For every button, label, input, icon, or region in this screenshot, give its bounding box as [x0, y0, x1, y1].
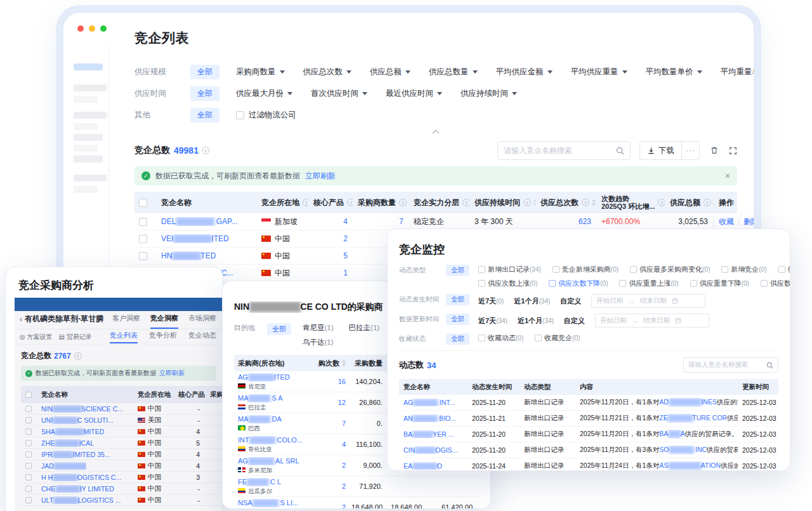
- download-button[interactable]: 下载: [640, 142, 681, 159]
- purchase-times-link[interactable]: 2: [342, 482, 346, 490]
- filter-chip-all[interactable]: 全部: [190, 65, 219, 79]
- col-supply-duration[interactable]: 供应持续时间: [469, 197, 535, 208]
- core-products-link[interactable]: 2: [343, 234, 348, 243]
- filter-dropdown[interactable]: 供应总数量: [429, 67, 478, 77]
- company-name-link[interactable]: NIN███████SCIENCE C...: [41, 405, 123, 413]
- core-products-link[interactable]: 4: [343, 217, 348, 226]
- type-checkbox[interactable]: 供应最多采购商变化(0): [630, 265, 710, 274]
- filter-dropdown[interactable]: 供应持续时间: [461, 88, 517, 99]
- time-option[interactable]: 近1个月(34): [514, 296, 550, 306]
- filter-dropdown[interactable]: 最近供应时间: [386, 88, 442, 99]
- type-checkbox[interactable]: 供应数量上涨(0): [761, 279, 790, 288]
- purchase-times-link[interactable]: 12: [338, 399, 346, 406]
- sidebar-skeleton-item[interactable]: [74, 156, 103, 163]
- buyer-name-link[interactable]: INT██████ COLO...: [238, 436, 303, 444]
- delete-link[interactable]: 删除: [743, 216, 759, 227]
- row-checkbox[interactable]: [139, 235, 147, 243]
- sidebar-skeleton-item[interactable]: [74, 96, 98, 103]
- type-checkbox[interactable]: 新增出口记录(34): [478, 265, 541, 274]
- purchase-times-link[interactable]: 16: [338, 378, 346, 385]
- filter-dropdown[interactable]: 首次供应时间: [311, 88, 367, 99]
- filter-logistics-checkbox[interactable]: 过滤物流公司: [236, 110, 296, 121]
- filter-chip-all[interactable]: 全部: [190, 108, 219, 123]
- row-checkbox[interactable]: [25, 440, 32, 446]
- filter-dropdown[interactable]: 平均数量单价: [646, 67, 702, 77]
- type-checkbox[interactable]: 供应重量上涨(0): [619, 279, 678, 288]
- type-checkbox[interactable]: 供应重量下降(0): [690, 279, 749, 288]
- date-range-input[interactable]: 开始日期→结束日期: [595, 314, 709, 328]
- refresh-now-link[interactable]: 立即刷新: [305, 171, 336, 182]
- core-products-link[interactable]: 1: [343, 269, 348, 277]
- buyer-name-link[interactable]: MA█████ DA: [238, 415, 282, 423]
- close-banner-icon[interactable]: ×: [725, 171, 730, 181]
- sidebar-skeleton-item[interactable]: [74, 175, 107, 182]
- filter-dropdown[interactable]: 平均供应金额: [496, 67, 553, 77]
- row-checkbox[interactable]: [25, 474, 32, 481]
- company-name-link[interactable]: CHE██████IY LIMITED: [41, 485, 114, 493]
- company-name-link[interactable]: HN██████TED: [161, 251, 216, 260]
- destination-option[interactable]: 肯尼亚(1): [303, 323, 334, 333]
- delete-button[interactable]: [710, 146, 719, 155]
- refresh-now-link[interactable]: 立即刷新: [159, 369, 185, 378]
- company-name-link[interactable]: UNI██████C SOLUTI...: [41, 416, 114, 424]
- company-name-link[interactable]: DEL████████ GAP...: [161, 217, 238, 226]
- trade-records-link[interactable]: ▤ 贸易记录: [59, 333, 92, 342]
- purchase-times-link[interactable]: 2: [342, 461, 346, 469]
- filter-dropdown[interactable]: 平均供应重量: [571, 67, 627, 77]
- type-checkbox[interactable]: 竞企新增采购商(0): [553, 265, 619, 274]
- fullscreen-button[interactable]: [729, 147, 737, 155]
- filter-chip-all[interactable]: 全部: [446, 314, 469, 325]
- buyer-name-link[interactable]: MA█████ S A: [238, 394, 283, 402]
- type-checkbox[interactable]: 新增竞企(0): [721, 265, 766, 274]
- minimize-window-icon[interactable]: [89, 25, 95, 32]
- sidebar-skeleton-item[interactable]: [74, 123, 98, 130]
- subtab-competitor-list[interactable]: 竞企列表: [110, 331, 138, 343]
- buyer-name-link[interactable]: NSA██████ S LI...: [238, 499, 298, 507]
- row-checkbox[interactable]: [25, 428, 32, 435]
- company-name-link[interactable]: ZHE██████ICAL: [41, 439, 94, 447]
- download-more-button[interactable]: ···: [681, 142, 699, 159]
- supply-times-link[interactable]: 623: [579, 217, 591, 226]
- filter-dropdown[interactable]: 平均重量单价: [721, 67, 762, 77]
- company-name-link[interactable]: H H██████OGISTICS C...: [41, 474, 121, 481]
- type-checkbox[interactable]: 供应次数上涨(0): [478, 279, 537, 288]
- filter-dropdown[interactable]: 供应总次数: [303, 67, 352, 77]
- row-checkbox[interactable]: [139, 218, 147, 226]
- company-name-link[interactable]: JAD████████: [41, 462, 86, 470]
- company-name-link[interactable]: AN██████ BIO...: [403, 415, 456, 422]
- company-name-link[interactable]: IPR█████IMITED 35...: [41, 451, 110, 458]
- purchase-times-link[interactable]: 7: [342, 420, 346, 427]
- favorite-checkbox[interactable]: 收藏竞企(0): [535, 333, 580, 343]
- buyer-name-link[interactable]: FE█████ C L: [238, 478, 281, 486]
- tab-customer-insight[interactable]: 客户洞察: [112, 314, 140, 329]
- company-name-link[interactable]: CIN█████OGIS...: [403, 446, 457, 454]
- buyer-count-link[interactable]: 7: [399, 217, 403, 226]
- company-name-link[interactable]: AG██████ INT...: [403, 399, 455, 406]
- breadcrumb[interactable]: ‹有机磷类除草剂-草甘膦: [20, 314, 103, 329]
- col-supply-times[interactable]: 供应总次数: [535, 197, 596, 208]
- tab-market-insight[interactable]: 市场洞察: [188, 314, 216, 329]
- company-name-link[interactable]: BA█████YER ...: [403, 430, 454, 438]
- time-option[interactable]: 近7天(34): [478, 316, 508, 326]
- purchase-times-link[interactable]: 4: [342, 441, 346, 448]
- filter-dropdown[interactable]: 供应总额: [370, 67, 410, 77]
- buyer-name-link[interactable]: AG██████ITED: [238, 373, 290, 382]
- custom-range-label[interactable]: 自定义: [560, 296, 581, 306]
- sidebar-skeleton-item[interactable]: [74, 186, 98, 193]
- favorite-link[interactable]: 收藏: [719, 216, 734, 227]
- date-range-input[interactable]: 开始日期→结束日期: [591, 294, 705, 308]
- subtab-competitor-activity[interactable]: 竞企动态: [188, 331, 216, 343]
- custom-range-label[interactable]: 自定义: [564, 316, 585, 326]
- buyer-name-link[interactable]: AG██████ AL SRL: [238, 457, 299, 465]
- filter-chip-all[interactable]: 全部: [446, 333, 469, 345]
- select-all-checkbox[interactable]: [25, 392, 32, 398]
- select-all-checkbox[interactable]: [139, 199, 147, 207]
- sidebar-skeleton-item[interactable]: [74, 134, 103, 141]
- destination-option[interactable]: 巴拉圭(1): [349, 323, 380, 333]
- row-checkbox[interactable]: [25, 463, 32, 469]
- company-name-link[interactable]: ULT██████LOGISTICS ...: [41, 496, 121, 504]
- destination-option[interactable]: 乌干达(1): [303, 338, 334, 347]
- purchase-times-link[interactable]: 2: [342, 503, 346, 509]
- filter-chip-all[interactable]: 全部: [267, 323, 291, 335]
- sidebar-skeleton-item[interactable]: [74, 112, 107, 119]
